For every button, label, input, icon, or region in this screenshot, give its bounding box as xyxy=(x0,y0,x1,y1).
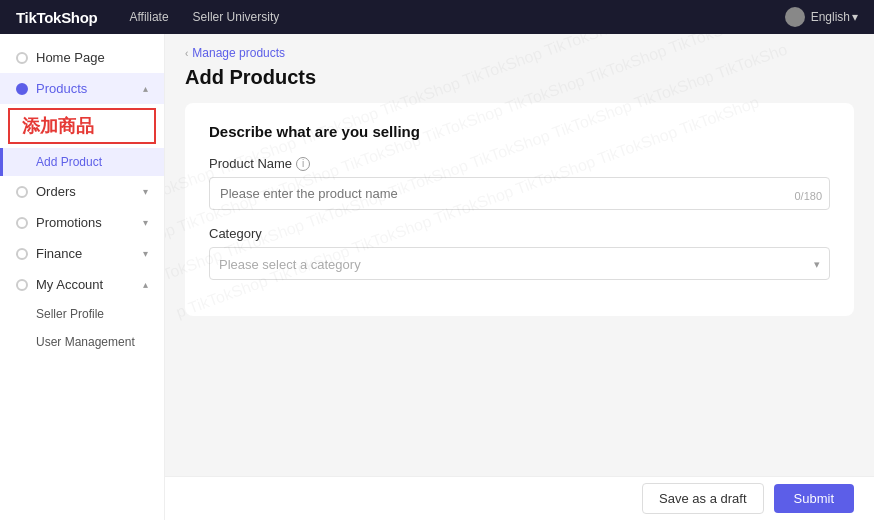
sidebar: Home Page Products ▴ 添加商品 Add Product Or… xyxy=(0,34,165,520)
sidebar-item-user-management[interactable]: User Management xyxy=(0,328,164,356)
breadcrumb-parent[interactable]: Manage products xyxy=(192,46,285,60)
breadcrumb-arrow: ‹ xyxy=(185,48,188,59)
sidebar-label-orders: Orders xyxy=(36,184,76,199)
orders-icon xyxy=(16,186,28,198)
products-chevron-up: ▴ xyxy=(143,83,148,94)
char-count: 0/180 xyxy=(794,190,822,202)
page-title: Add Products xyxy=(185,66,854,89)
sidebar-label-products: Products xyxy=(36,81,87,96)
sidebar-item-seller-profile[interactable]: Seller Profile xyxy=(0,300,164,328)
sidebar-item-home-page[interactable]: Home Page xyxy=(0,42,164,73)
category-label: Category xyxy=(209,226,830,241)
product-name-group: Product Name i 0/180 xyxy=(209,156,830,210)
sidebar-item-my-account[interactable]: My Account ▴ xyxy=(0,269,164,300)
sidebar-label-my-account: My Account xyxy=(36,277,103,292)
product-name-label: Product Name i xyxy=(209,156,830,171)
submit-button[interactable]: Submit xyxy=(774,484,854,513)
finance-icon xyxy=(16,248,28,260)
sidebar-item-add-product[interactable]: Add Product xyxy=(0,148,164,176)
save-draft-button[interactable]: Save as a draft xyxy=(642,483,763,514)
top-navigation: TikTokShop Affiliate Seller University E… xyxy=(0,0,874,34)
finance-chevron: ▾ xyxy=(143,248,148,259)
language-selector[interactable]: English ▾ xyxy=(811,10,858,24)
orders-chevron: ▾ xyxy=(143,186,148,197)
breadcrumb: ‹ Manage products xyxy=(185,46,854,60)
avatar xyxy=(785,7,805,27)
sidebar-item-products[interactable]: Products ▴ xyxy=(0,73,164,104)
sidebar-label-home-page: Home Page xyxy=(36,50,105,65)
card-title: Describe what are you selling xyxy=(209,123,830,140)
nav-affiliate[interactable]: Affiliate xyxy=(129,10,168,24)
promotions-icon xyxy=(16,217,28,229)
promotions-chevron: ▾ xyxy=(143,217,148,228)
product-name-input[interactable] xyxy=(209,177,830,210)
sidebar-label-promotions: Promotions xyxy=(36,215,102,230)
home-page-icon xyxy=(16,52,28,64)
products-icon xyxy=(16,83,28,95)
sidebar-label-finance: Finance xyxy=(36,246,82,261)
bottom-action-bar: Save as a draft Submit xyxy=(165,476,874,520)
main-layout: Home Page Products ▴ 添加商品 Add Product Or… xyxy=(0,34,874,520)
nav-right: English ▾ xyxy=(785,7,858,27)
my-account-icon xyxy=(16,279,28,291)
main-content: ‹ Manage products Add Products Describe … xyxy=(165,34,874,520)
category-group: Category ▾ Please select a category xyxy=(209,226,830,280)
sidebar-item-promotions[interactable]: Promotions ▾ xyxy=(0,207,164,238)
product-form-card: Describe what are you selling Product Na… xyxy=(185,103,854,316)
chinese-add-product-label: 添加商品 xyxy=(8,108,156,144)
sidebar-item-finance[interactable]: Finance ▾ xyxy=(0,238,164,269)
product-name-input-wrapper: 0/180 xyxy=(209,177,830,210)
nav-seller-university[interactable]: Seller University xyxy=(193,10,280,24)
product-name-info-icon[interactable]: i xyxy=(296,157,310,171)
logo: TikTokShop xyxy=(16,9,97,26)
my-account-chevron: ▴ xyxy=(143,279,148,290)
sidebar-item-orders[interactable]: Orders ▾ xyxy=(0,176,164,207)
category-select-wrapper: ▾ Please select a category xyxy=(209,247,830,280)
nav-links: Affiliate Seller University xyxy=(129,10,279,24)
category-select[interactable] xyxy=(209,247,830,280)
